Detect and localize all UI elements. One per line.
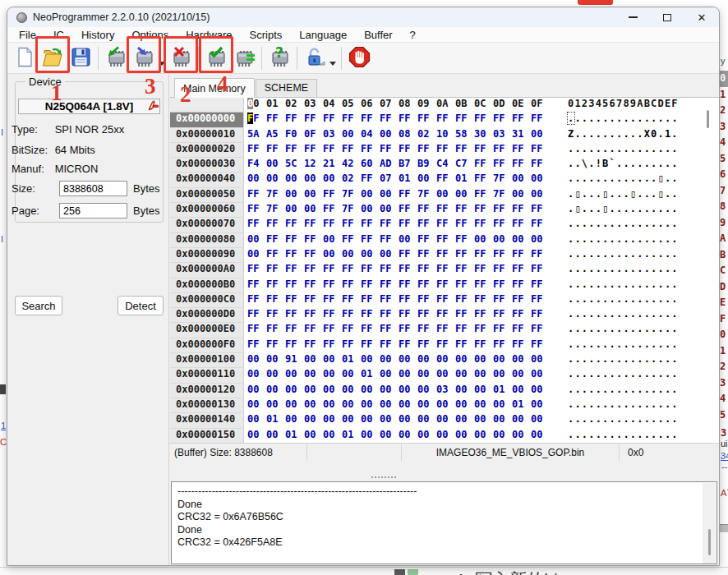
hex-byte-cell[interactable]: FF	[263, 263, 282, 278]
hex-byte-cell[interactable]: FF	[395, 323, 414, 338]
menu-scripts[interactable]: Scripts	[250, 29, 283, 41]
hex-byte-cell[interactable]: FF	[301, 323, 320, 338]
hex-byte-cell[interactable]: FF	[282, 113, 301, 127]
hex-byte-cell[interactable]: 00	[452, 429, 471, 443]
menu-language[interactable]: Language	[299, 29, 347, 41]
hex-byte-cell[interactable]: FF	[433, 323, 452, 338]
hex-byte-cell[interactable]: 00	[301, 203, 320, 218]
hex-byte-cell[interactable]: FF	[339, 323, 357, 338]
menu-file[interactable]: File	[19, 29, 36, 41]
hex-byte-cell[interactable]: 00	[301, 429, 320, 443]
hex-byte-cell[interactable]: 00	[452, 188, 471, 203]
hex-byte-cell[interactable]: 00	[320, 398, 339, 413]
hex-byte-cell[interactable]: FF	[339, 293, 357, 308]
hex-byte-cell[interactable]: FF	[395, 308, 414, 323]
hex-ascii-cell[interactable]: ................	[568, 293, 679, 308]
hex-byte-cell[interactable]: FF	[395, 293, 414, 308]
hex-byte-cell[interactable]: FF	[490, 248, 509, 263]
hex-byte-cell[interactable]: 00	[282, 368, 301, 383]
hex-scrollbar[interactable]	[707, 110, 709, 128]
hex-byte-cell[interactable]: 00	[509, 233, 528, 248]
hex-byte-cell[interactable]: FF	[339, 308, 357, 323]
hex-ascii-cell[interactable]: ................	[568, 263, 679, 278]
write-chip-button[interactable]	[130, 44, 158, 72]
hex-byte-cell[interactable]: 04	[357, 128, 376, 143]
hex-byte-cell[interactable]: 00	[433, 413, 452, 428]
hex-byte-cell[interactable]: 42	[339, 158, 357, 172]
chevron-down-icon[interactable]	[329, 62, 336, 66]
maximize-button[interactable]	[650, 7, 684, 27]
hex-byte-cell[interactable]: FF	[263, 218, 282, 232]
hex-byte-cell[interactable]: 00	[282, 188, 301, 203]
hex-byte-cell[interactable]: 00	[490, 413, 509, 428]
hex-byte-cell[interactable]: 00	[471, 368, 490, 383]
hex-byte-cell[interactable]: FF	[376, 293, 395, 308]
hex-byte-cell[interactable]: FF	[414, 113, 433, 127]
hex-byte-cell[interactable]: FF	[263, 323, 282, 338]
hex-ascii-cell[interactable]: ................	[568, 368, 679, 383]
hex-byte-cell[interactable]: 02	[414, 128, 433, 143]
hex-byte-cell[interactable]: FF	[282, 293, 301, 308]
hex-byte-cell[interactable]: 00	[452, 413, 471, 428]
hex-byte-cell[interactable]: FF	[490, 113, 509, 127]
hex-ascii-cell[interactable]: ................	[568, 143, 679, 158]
hex-byte-cell[interactable]: 00	[376, 128, 395, 143]
splitter-handle[interactable]	[371, 476, 396, 480]
hex-byte-cell[interactable]: 00	[357, 413, 376, 428]
open-file-button[interactable]	[39, 44, 67, 72]
hex-byte-cell[interactable]: 00	[244, 429, 263, 443]
hex-byte-cell[interactable]: 00	[320, 368, 339, 383]
hex-byte-cell[interactable]: 01	[282, 429, 301, 443]
hex-byte-cell[interactable]: FF	[452, 143, 471, 158]
hex-byte-cell[interactable]: 00	[376, 353, 395, 368]
hex-ascii-cell[interactable]: .▯...▯..........	[568, 203, 679, 218]
hex-ascii-cell[interactable]: ................	[568, 338, 679, 353]
hex-byte-cell[interactable]: 01	[357, 368, 376, 383]
hex-byte-cell[interactable]: FF	[452, 203, 471, 218]
compare-chip-button[interactable]	[230, 44, 258, 72]
hex-byte-cell[interactable]: FF	[433, 233, 452, 248]
hex-byte-cell[interactable]: 00	[395, 429, 414, 443]
hex-byte-cell[interactable]: 00	[433, 429, 452, 443]
hex-byte-cell[interactable]: FF	[509, 278, 528, 293]
hex-byte-cell[interactable]: FF	[339, 338, 357, 353]
hex-byte-cell[interactable]: 21	[320, 158, 339, 172]
hex-byte-cell[interactable]: 01	[452, 172, 471, 187]
hex-byte-cell[interactable]: FF	[244, 218, 263, 232]
hex-byte-cell[interactable]: FF	[509, 218, 528, 232]
hex-byte-cell[interactable]: FF	[471, 263, 490, 278]
hex-byte-cell[interactable]: FF	[490, 158, 509, 172]
hex-byte-cell[interactable]: 07	[376, 172, 395, 187]
hex-byte-cell[interactable]: 00	[339, 248, 357, 263]
hex-ascii-cell[interactable]: ................	[568, 233, 679, 248]
hex-byte-cell[interactable]: 00	[528, 429, 546, 443]
hex-byte-cell[interactable]: 00	[395, 398, 414, 413]
hex-byte-cell[interactable]: 00	[339, 384, 357, 398]
hex-byte-cell[interactable]: FF	[452, 233, 471, 248]
hex-byte-cell[interactable]: FF	[282, 278, 301, 293]
hex-byte-cell[interactable]: 00	[301, 398, 320, 413]
hex-byte-cell[interactable]: FF	[301, 248, 320, 263]
hex-byte-cell[interactable]: 5A	[244, 128, 263, 143]
hex-byte-cell[interactable]: 00	[263, 172, 282, 187]
hex-byte-cell[interactable]: FF	[414, 308, 433, 323]
page-input[interactable]	[59, 203, 127, 218]
hex-byte-cell[interactable]: FF	[471, 323, 490, 338]
hex-byte-cell[interactable]: 00	[471, 413, 490, 428]
hex-byte-cell[interactable]: 00	[357, 353, 376, 368]
hex-byte-cell[interactable]: 00	[320, 429, 339, 443]
hex-byte-cell[interactable]: 7F	[263, 188, 282, 203]
hex-ascii-cell[interactable]: .▯...▯...▯...▯..	[568, 188, 679, 203]
hex-byte-cell[interactable]: FF	[490, 278, 509, 293]
hex-byte-cell[interactable]: FF	[395, 263, 414, 278]
hex-byte-cell[interactable]: 03	[433, 384, 452, 398]
hex-byte-cell[interactable]: FF	[320, 338, 339, 353]
hex-byte-cell[interactable]: FF	[376, 218, 395, 232]
hex-byte-cell[interactable]: FF	[433, 203, 452, 218]
hex-byte-cell[interactable]: 5C	[282, 158, 301, 172]
hex-byte-cell[interactable]: FF	[471, 218, 490, 232]
hex-byte-cell[interactable]: FF	[433, 172, 452, 187]
hex-byte-cell[interactable]: FF	[528, 248, 546, 263]
hex-byte-cell[interactable]: FF	[301, 278, 320, 293]
hex-ascii-cell[interactable]: ................	[568, 308, 679, 323]
